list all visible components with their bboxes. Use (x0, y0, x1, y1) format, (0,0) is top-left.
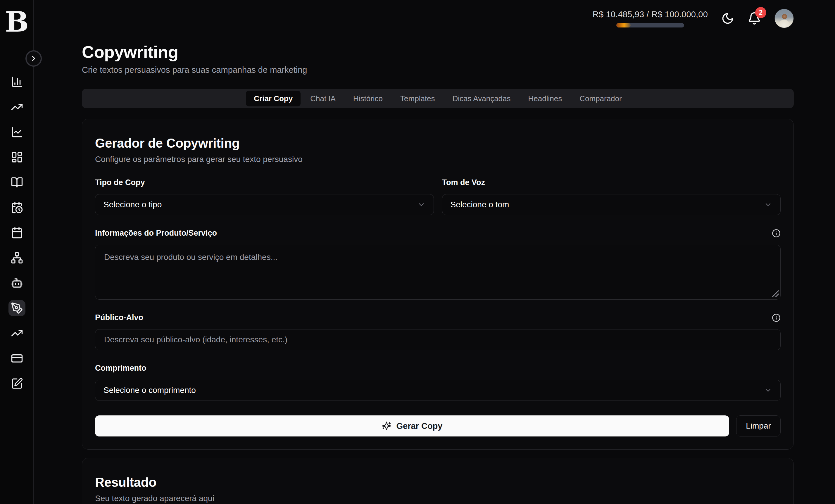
sidebar-item-metrics[interactable] (8, 124, 25, 140)
app-logo: B (0, 0, 34, 44)
notifications-button[interactable]: 2 (748, 12, 761, 25)
moon-icon (721, 12, 734, 25)
sidebar-collapse-button[interactable] (25, 50, 42, 67)
chevron-down-icon (764, 201, 772, 209)
book-open-icon (11, 176, 23, 188)
theme-toggle-button[interactable] (721, 12, 734, 25)
length-field: Comprimento Selecione o comprimento (95, 364, 781, 401)
length-select[interactable]: Selecione o comprimento (95, 380, 781, 401)
tab-criar-copy[interactable]: Criar Copy (246, 90, 301, 106)
notification-count-badge: 2 (755, 7, 766, 18)
chart-line-icon (11, 126, 23, 138)
budget-usage-text: R$ 10.485,93 / R$ 100.000,00 (593, 9, 708, 19)
copy-type-select[interactable]: Selecione o tipo (95, 194, 434, 215)
layout-dashboard-icon (11, 151, 23, 163)
main-content: R$ 10.485,93 / R$ 100.000,00 2 Copywriti… (34, 0, 835, 504)
sidebar-item-billing[interactable] (8, 350, 25, 367)
budget-progress-bar (616, 23, 684, 27)
sidebar-item-calendar[interactable] (8, 224, 25, 241)
tab-historico[interactable]: Histórico (345, 90, 391, 106)
generator-card-subtitle: Configure os parâmetros para gerar seu t… (95, 155, 781, 164)
generator-card: Gerador de Copywriting Configure os parâ… (82, 119, 794, 450)
pen-tool-icon (11, 302, 23, 314)
info-icon[interactable] (772, 314, 781, 322)
sidebar-item-ai-assistant[interactable] (8, 275, 25, 291)
sidebar-item-analytics[interactable] (8, 74, 25, 90)
tab-headlines[interactable]: Headlines (521, 90, 570, 106)
copy-type-select-value: Selecione o tipo (103, 200, 162, 209)
sidebar-item-schedule[interactable] (8, 199, 25, 216)
tab-comparador[interactable]: Comparador (572, 90, 630, 106)
square-pen-icon (11, 378, 23, 390)
chevron-down-icon (764, 386, 772, 395)
credit-card-icon (11, 352, 23, 365)
tab-dicas-avancadas[interactable]: Dicas Avançadas (445, 90, 519, 106)
tab-bar: Criar Copy Chat IA Histórico Templates D… (82, 89, 794, 108)
product-info-textarea[interactable] (95, 245, 781, 300)
page-header: Copywriting Crie textos persuasivos para… (82, 42, 794, 75)
sidebar-item-growth[interactable] (8, 325, 25, 341)
calendar-clock-icon (11, 201, 23, 214)
copy-type-label: Tipo de Copy (95, 178, 434, 187)
sidebar-item-editor[interactable] (8, 375, 25, 392)
result-card-subtitle: Seu texto gerado aparecerá aqui (95, 494, 781, 503)
sidebar-item-library[interactable] (8, 174, 25, 190)
info-icon[interactable] (772, 229, 781, 238)
user-avatar[interactable] (774, 9, 794, 28)
length-select-value: Selecione o comprimento (103, 386, 196, 395)
trending-up-icon (11, 327, 23, 339)
select-row: Tipo de Copy Selecione o tipo Tom de Voz… (95, 178, 781, 215)
result-card-title: Resultado (95, 475, 781, 490)
clear-button[interactable]: Limpar (736, 416, 781, 437)
sidebar-item-copywriting[interactable] (8, 300, 25, 316)
sidebar: B (0, 0, 34, 504)
tone-select-value: Selecione o tom (450, 200, 509, 209)
sidebar-nav (0, 74, 34, 392)
action-buttons: Gerar Copy Limpar (95, 416, 781, 437)
audience-input[interactable] (95, 329, 781, 350)
bot-icon (11, 277, 23, 289)
trending-up-icon (11, 101, 23, 113)
tone-select[interactable]: Selecione o tom (442, 194, 781, 215)
tab-chat-ia[interactable]: Chat IA (302, 90, 344, 106)
sidebar-item-trends[interactable] (8, 99, 25, 115)
sparkles-icon (382, 421, 391, 431)
audience-field: Público-Alvo (95, 313, 781, 350)
sidebar-item-funnel[interactable] (8, 250, 25, 266)
sidebar-item-dashboard[interactable] (8, 149, 25, 165)
generator-card-title: Gerador de Copywriting (95, 136, 781, 150)
chevron-right-icon (30, 55, 37, 62)
topbar: R$ 10.485,93 / R$ 100.000,00 2 (82, 0, 794, 35)
tone-label: Tom de Voz (442, 178, 781, 187)
network-icon (11, 252, 23, 264)
copy-type-field: Tipo de Copy Selecione o tipo (95, 178, 434, 215)
product-info-field: Informações do Produto/Serviço (95, 228, 781, 300)
page-title: Copywriting (82, 42, 794, 62)
chevron-down-icon (417, 201, 425, 209)
page-subtitle: Crie textos persuasivos para suas campan… (82, 65, 794, 75)
budget-progress-fill (616, 23, 631, 27)
tab-templates[interactable]: Templates (392, 90, 443, 106)
audience-label: Público-Alvo (95, 313, 772, 322)
length-label: Comprimento (95, 364, 781, 373)
tone-field: Tom de Voz Selecione o tom (442, 178, 781, 215)
budget-usage: R$ 10.485,93 / R$ 100.000,00 (593, 9, 708, 27)
calendar-icon (11, 226, 23, 239)
generate-copy-label: Gerar Copy (396, 421, 443, 431)
product-info-label: Informações do Produto/Serviço (95, 228, 772, 238)
result-card: Resultado Seu texto gerado aparecerá aqu… (82, 458, 794, 504)
chart-column-icon (11, 76, 23, 88)
generate-copy-button[interactable]: Gerar Copy (95, 416, 729, 437)
